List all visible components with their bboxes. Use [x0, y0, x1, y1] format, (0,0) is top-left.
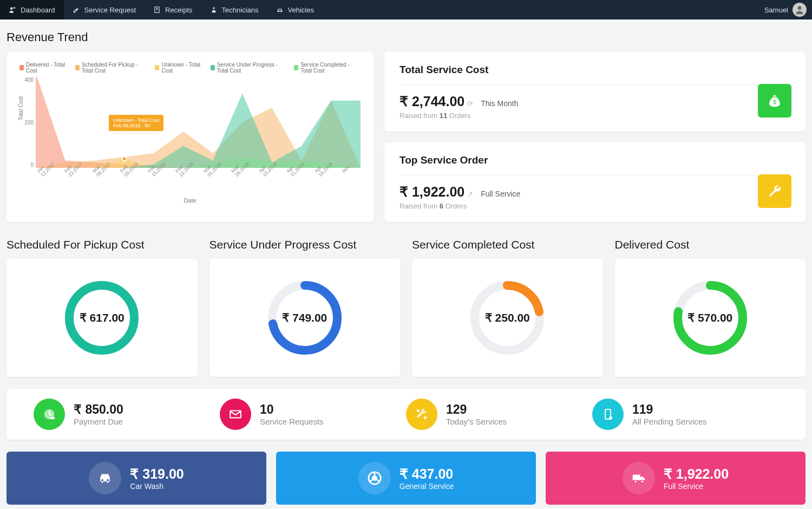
arrow-up-icon: ↗ — [467, 190, 473, 198]
mail-icon — [220, 399, 251, 430]
svg-text:$: $ — [773, 99, 776, 105]
svg-point-18 — [50, 417, 55, 420]
svg-point-26 — [634, 480, 637, 483]
nav-receipts[interactable]: Receipts — [145, 0, 201, 19]
kpi-value: 119 — [632, 402, 707, 417]
kpi-1[interactable]: 10 Service Requests — [220, 399, 406, 430]
avatar[interactable] — [793, 3, 807, 17]
svg-point-22 — [101, 479, 103, 481]
gauge-value: ₹ 617.00 — [80, 311, 125, 324]
top-order-value: ₹ 1,922.00 — [400, 184, 464, 200]
money-bag-icon: $ — [758, 84, 791, 118]
tile-label: General Service — [400, 482, 454, 491]
tile-full-service[interactable]: ₹ 1,922.00 Full Service — [546, 452, 806, 505]
tile-label: Car Wash — [130, 482, 184, 491]
tools-icon — [406, 399, 437, 430]
nav-dashboard[interactable]: Dashboard — [0, 0, 64, 19]
gauge-title: Service Completed Cost — [412, 238, 603, 251]
wheel-icon — [358, 462, 391, 494]
chart-plot-area[interactable]: Total Cost 4002000 Unknown - Total CostF… — [36, 77, 361, 180]
gauge-card-0: ₹ 617.00 — [6, 259, 198, 377]
tile-general-service[interactable]: ₹ 437.00 General Service — [276, 452, 536, 505]
car-icon — [276, 6, 284, 14]
nav-label: Service Request — [84, 6, 136, 14]
kpi-label: Today's Services — [446, 417, 507, 426]
kpi-value: 129 — [446, 402, 507, 417]
legend-label: Service Completed - Total Cost — [300, 62, 361, 74]
revenue-chart-card: Delivered - Total Cost Scheduled For Pic… — [6, 52, 374, 222]
svg-point-21 — [610, 417, 612, 419]
tile-value: ₹ 319.00 — [130, 466, 184, 482]
kpi-value: ₹ 850.00 — [74, 402, 123, 417]
nav-label: Dashboard — [21, 6, 55, 14]
chart-tooltip: Unknown - Total CostFeb 09,2018 : 50 — [109, 115, 163, 131]
svg-point-3 — [213, 7, 215, 9]
coins-icon — [34, 399, 65, 430]
gauge-value: ₹ 250.00 — [485, 311, 530, 324]
total-service-cost-card: Total Service Cost ₹ 2,744.00 ⟳ This Mon… — [384, 52, 806, 132]
top-service-order-card: Top Service Order ₹ 1,922.00 ↗ Full Serv… — [384, 142, 806, 222]
person-icon — [210, 6, 218, 14]
nav-label: Receipts — [165, 6, 193, 14]
kpi-3[interactable]: 119 All Pending Services — [592, 399, 778, 430]
area-chart-svg — [36, 77, 361, 168]
svg-point-4 — [278, 11, 279, 12]
total-service-value: ₹ 2,744.00 — [400, 94, 464, 109]
kpi-value: 10 — [260, 402, 324, 417]
user-icon — [9, 6, 16, 14]
gauge-title: Delivered Cost — [615, 238, 806, 251]
svg-point-23 — [107, 479, 109, 481]
kpi-0[interactable]: ₹ 850.00 Payment Due — [34, 399, 220, 430]
gauge-title: Service Under Progress Cost — [209, 238, 401, 251]
stat-subtitle: Raised from 6 Orders — [400, 202, 790, 210]
legend-label: Scheduled For Pickup - Total Cost — [82, 62, 148, 74]
tile-value: ₹ 437.00 — [400, 466, 454, 482]
gauge-card-3: ₹ 570.00 — [615, 259, 806, 377]
svg-point-6 — [798, 6, 802, 10]
device-icon — [592, 399, 624, 430]
nav-service-request[interactable]: Service Request — [64, 0, 145, 19]
y-ticks: 4002000 — [22, 77, 34, 168]
nav-label: Vehicles — [288, 6, 314, 14]
top-navbar: Dashboard Service Request Receipts Techn… — [0, 0, 812, 19]
gauge-value: ₹ 570.00 — [687, 311, 732, 324]
gauge-value: ₹ 749.00 — [282, 311, 327, 324]
truck-icon — [623, 462, 655, 494]
legend-label: Delivered - Total Cost — [26, 62, 68, 74]
svg-point-27 — [641, 480, 644, 483]
card-title: Top Service Order — [400, 154, 790, 175]
gauge-title: Scheduled For Pickup Cost — [6, 238, 198, 251]
svg-point-25 — [372, 476, 377, 480]
tile-value: ₹ 1,922.00 — [664, 466, 729, 482]
service-tag: Full Service — [481, 190, 520, 198]
kpi-label: Payment Due — [74, 417, 123, 426]
x-axis-label: Date — [19, 197, 361, 204]
svg-point-5 — [280, 11, 281, 12]
gauge-card-2: ₹ 250.00 — [412, 259, 603, 377]
svg-point-0 — [10, 7, 13, 10]
nav-label: Technicians — [222, 6, 259, 14]
period-tag: This Month — [481, 99, 518, 108]
nav-technicians[interactable]: Technicians — [201, 0, 267, 19]
card-title: Total Service Cost — [400, 64, 790, 85]
kpi-2[interactable]: 129 Today's Services — [406, 399, 592, 430]
kpi-label: All Pending Services — [632, 417, 707, 426]
svg-point-7 — [122, 156, 127, 161]
gauge-card-1: ₹ 749.00 — [209, 259, 401, 377]
user-name[interactable]: Samuel — [764, 6, 788, 14]
legend-label: Unknown - Total Cost — [161, 62, 202, 74]
tile-car-wash[interactable]: ₹ 319.00 Car Wash — [6, 452, 266, 505]
tile-label: Full Service — [664, 482, 729, 491]
car-icon — [89, 462, 121, 494]
nav-vehicles[interactable]: Vehicles — [267, 0, 323, 19]
kpi-label: Service Requests — [260, 417, 324, 426]
chart-legend: Delivered - Total Cost Scheduled For Pic… — [19, 62, 361, 74]
x-ticks: Jan 12,2017Feb 22,2017Mar 09,2017Feb 09,… — [36, 170, 361, 181]
receipt-icon — [153, 6, 161, 14]
kpi-row: ₹ 850.00 Payment Due 10 Service Requests… — [6, 389, 806, 440]
revenue-trend-title: Revenue Trend — [6, 30, 806, 44]
wrench-icon — [73, 6, 80, 14]
refresh-icon[interactable]: ⟳ — [467, 100, 473, 108]
wrench-icon — [758, 174, 791, 208]
legend-label: Service Under Progress - Total Cost — [217, 62, 286, 74]
